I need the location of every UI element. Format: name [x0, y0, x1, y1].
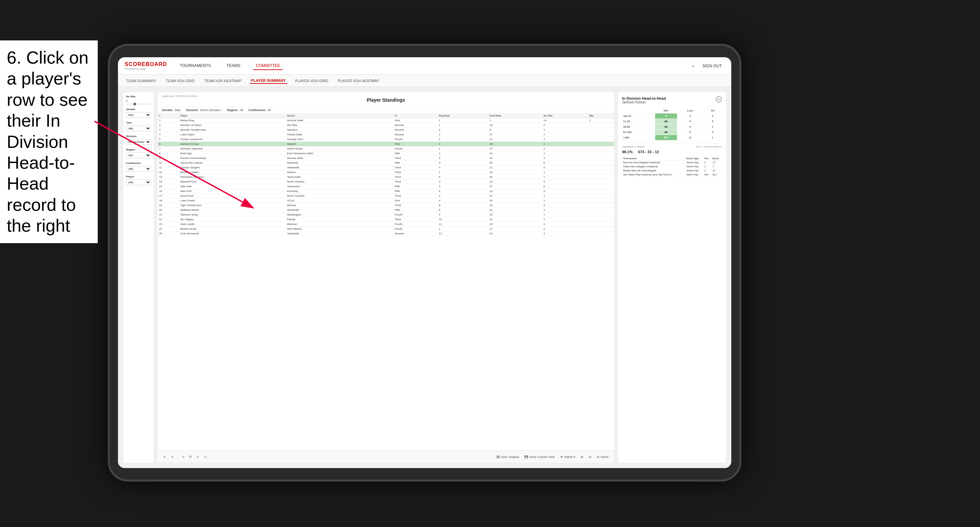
- table-row[interactable]: 15 Jake Hall Tennessee Fifth 5 27 0: [158, 184, 614, 189]
- cell-reg: 1: [438, 170, 488, 175]
- filter-no-rds-slider[interactable]: [126, 104, 151, 105]
- sub-nav-player-h2h-grid[interactable]: PLAYER H2H GRID: [294, 78, 329, 84]
- h2h-cell-win: 8: [655, 113, 677, 119]
- filter-conference-select[interactable]: (All): [126, 166, 151, 172]
- table-row[interactable]: 5 Christo Lamprecht Georgia Tech Fourth …: [158, 137, 614, 142]
- cell-conf: 28: [488, 142, 542, 146]
- t-cell-name: Amer Am Intercollegiate Invitational: [622, 160, 686, 165]
- cell-year: First: [393, 118, 438, 123]
- table-row[interactable]: 1 Wenyi Ding Arizona State First 1 1 14 …: [158, 118, 614, 123]
- division-key: Division:: [186, 108, 199, 112]
- toolbar-icon-2[interactable]: ⊟: [587, 455, 593, 459]
- cell-rds: 0: [542, 165, 588, 170]
- table-row[interactable]: 7 Nicholas Gabrelcik North Florida Fourt…: [158, 146, 614, 151]
- cell-school: New Mexico: [286, 227, 394, 231]
- table-row[interactable]: 23 Jack Lundin Missouri Fourth 11 24 0: [158, 222, 614, 227]
- save-custom-btn[interactable]: 💾 Save Custom View: [523, 455, 556, 459]
- cell-reg: 2: [438, 194, 488, 198]
- table-row[interactable]: 10 Jacob Mou Olesen Arkansas Fifth 4 25 …: [158, 160, 614, 165]
- sub-nav-team-h2h-grid[interactable]: TEAM H2H GRID: [164, 78, 196, 84]
- cell-player: Jack Lundin: [179, 222, 286, 227]
- cell-num: 18: [158, 198, 179, 203]
- sign-out-btn[interactable]: Sign out: [700, 62, 725, 70]
- table-row[interactable]: 18 Luke Powell UCLA First 4 24 1: [158, 198, 614, 203]
- table-row[interactable]: 11 Gordon Sargent Vanderbilt Third 4 21 …: [158, 165, 614, 170]
- t-col-pos: Pos: [703, 157, 711, 160]
- t-col-type: Event Type: [686, 157, 703, 160]
- table-row[interactable]: 16 Alex Goff Kentucky Fifth 8 19 0: [158, 189, 614, 194]
- cell-player: Jackson Koivun: [179, 142, 286, 146]
- table-row[interactable]: 20 Matthew Riedel Vanderbilt Fifth 6 22 …: [158, 208, 614, 213]
- nav-teams[interactable]: TEAMS: [224, 62, 243, 70]
- cell-player: Christo Lamprecht: [179, 137, 286, 142]
- t-cell-name: Mirabel Maui Jim Intercollegiate: [622, 169, 686, 173]
- cell-num: 15: [158, 184, 179, 189]
- sub-nav-player-summary[interactable]: PLAYER SUMMARY: [250, 78, 287, 84]
- table-row[interactable]: 6 Jackson Koivun Auburn First 1 28 1: [158, 142, 614, 146]
- table-row[interactable]: 2 Michael La Sasso Ole Miss Second 1 19 …: [158, 123, 614, 128]
- toolbar-paste-btn[interactable]: ⧉: [188, 454, 193, 459]
- table-row[interactable]: 24 Bastien Amat New Mexico Fourth 1 27 2: [158, 227, 614, 231]
- table-row[interactable]: 12 Brendan Valles Auburn Third 1 24 1: [158, 170, 614, 175]
- toolbar-format-btn[interactable]: ≡: [196, 455, 200, 459]
- cell-year: Third: [393, 217, 438, 222]
- redo-btn[interactable]: ↻: [170, 455, 175, 459]
- cell-school: North Florida: [286, 146, 394, 151]
- table-row[interactable]: 25 Cole Sherwood Vanderbilt Second 12 23…: [158, 231, 614, 236]
- table-row[interactable]: 9 Preston Summerhays Arizona State Third…: [158, 156, 614, 160]
- cell-year: Second: [393, 128, 438, 132]
- sub-nav-team-h2h-heatmap[interactable]: TEAM H2H HEATMAP: [203, 78, 243, 84]
- col-no-rds: No. Rds.: [542, 113, 588, 118]
- filter-slider-thumb: [134, 103, 136, 105]
- table-row[interactable]: 21 Taehoon Song Washington Fourth 6 23 1: [158, 213, 614, 217]
- cell-school: Auburn: [286, 170, 394, 175]
- filter-year-label: Year: [126, 121, 151, 124]
- table-row[interactable]: 22 Ian Gilligan Florida Third 10 24 1: [158, 217, 614, 222]
- table-row[interactable]: 19 Tiger Christensen Arizona Third 8 23 …: [158, 203, 614, 208]
- cell-year: Fifth: [393, 208, 438, 213]
- region-key: Region:: [227, 108, 239, 112]
- cell-conf: 23: [488, 213, 542, 217]
- gender-filter-pill: Gender: Men: [162, 108, 181, 112]
- filter-division-select[interactable]: NCAA Division I: [126, 139, 151, 145]
- filter-gender-select[interactable]: Men: [126, 112, 151, 118]
- sub-nav-team-summary[interactable]: TEAM SUMMARY: [125, 78, 158, 84]
- table-row[interactable]: 14 Maxwell Ford North Carolina Third 3 2…: [158, 179, 614, 184]
- t-cell-score: -17: [711, 169, 722, 173]
- nav-tournaments[interactable]: TOURNAMENTS: [177, 62, 214, 70]
- h2h-row: >100 578 11 1: [622, 135, 722, 140]
- cell-year: Fourth: [393, 227, 438, 231]
- update-time: Update time: 27/03/2024 16:56:26: [162, 95, 610, 97]
- nav-committee[interactable]: COMMITTEE: [253, 62, 283, 70]
- toolbar-clock-btn[interactable]: ⏱: [202, 455, 208, 459]
- toolbar-copy-btn[interactable]: ⎘: [181, 455, 185, 459]
- filter-region-select[interactable]: N/A: [126, 152, 151, 158]
- close-btn[interactable]: ×: [716, 96, 722, 102]
- watch-btn[interactable]: 👁 Watch ▾: [559, 455, 577, 459]
- t-cell-pos: 4: [703, 160, 711, 165]
- filter-player-select[interactable]: (All): [126, 179, 151, 185]
- filter-no-rds-value: 6: [126, 99, 151, 102]
- cell-school: Georgia Tech: [286, 137, 394, 142]
- table-row[interactable]: 8 Mats Ege East Tennessee State Fifth 1 …: [158, 151, 614, 156]
- toolbar-icon-1[interactable]: ⊞: [579, 455, 585, 459]
- cell-school: Florida State: [286, 132, 394, 137]
- cell-year: First: [393, 198, 438, 203]
- table-row[interactable]: 4 Luke Claton Florida State Second 1 27 …: [158, 132, 614, 137]
- filter-division-label: Division: [126, 135, 151, 138]
- sub-nav-player-h2h-heatmap[interactable]: PLAYER H2H HEATMAP: [336, 78, 380, 84]
- tablet-frame: SCOREBOARD Powered by clippi TOURNAMENTS…: [108, 44, 741, 481]
- undo-btn[interactable]: ↺: [162, 455, 167, 459]
- filter-region: Region N/A: [126, 148, 151, 158]
- instruction-text: 6. Click on a player's row to see their …: [0, 40, 98, 243]
- table-row[interactable]: 13 Phichaksn Maichon Texas A&M Third 6 3…: [158, 175, 614, 179]
- filter-year-select[interactable]: (All): [126, 125, 151, 131]
- share-btn[interactable]: ⊕ Share: [595, 455, 610, 459]
- cell-year: Second: [393, 123, 438, 128]
- table-row[interactable]: 17 David Ford North Carolina Third 2 21 …: [158, 194, 614, 198]
- cell-player: Taehoon Song: [179, 213, 286, 217]
- cell-player: Bastien Amat: [179, 227, 286, 231]
- cell-player: Mats Ege: [179, 151, 286, 156]
- view-original-btn[interactable]: 🖼 View: Original: [495, 455, 520, 459]
- table-row[interactable]: 3 Michael Thorbjornsen Stanford Second 2…: [158, 128, 614, 132]
